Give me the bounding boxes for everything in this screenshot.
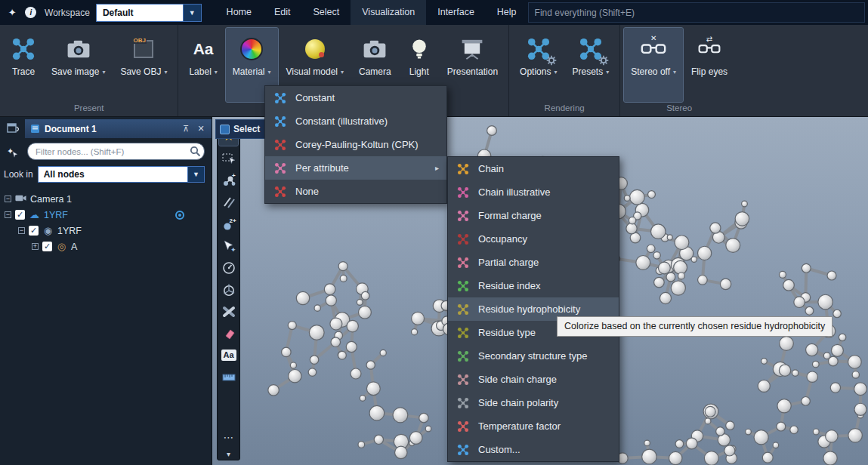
ribbon-group-stereo: ✕ Stereo off▾ ⇄ Flip eyes Stereo	[620, 25, 738, 116]
chevron-down-icon[interactable]: ▾	[102, 69, 105, 75]
save-obj-button[interactable]: OBJ Save OBJ▾	[113, 28, 174, 102]
visibility-checkbox[interactable]: ✓	[29, 226, 39, 236]
annotation-tool[interactable]: Aa	[219, 346, 238, 365]
add-atoms-tool[interactable]: +	[219, 171, 238, 189]
submenu-item-occupancy[interactable]: Occupancy	[448, 227, 619, 251]
molecule-star-icon	[457, 257, 469, 269]
expand-toggle[interactable]: +	[32, 243, 39, 250]
info-icon[interactable]: i	[25, 6, 38, 20]
chevron-down-icon[interactable]: ▾	[341, 69, 344, 75]
group-label-present: Present	[0, 102, 178, 116]
add-node-sparkle-icon[interactable]: ✦	[5, 145, 20, 160]
menu-visualization[interactable]: Visualization	[351, 0, 426, 25]
submenu-item-residue-index[interactable]: Residue index	[448, 274, 619, 297]
save-image-button[interactable]: Save image▾	[45, 28, 112, 102]
flip-eyes-button[interactable]: ⇄ Flip eyes	[684, 28, 734, 102]
chain-node-icon: ◎	[56, 241, 67, 252]
orientation-compass-tool[interactable]	[219, 258, 238, 277]
collapse-toggle[interactable]: −	[5, 196, 11, 202]
ruler-tool[interactable]	[219, 368, 238, 386]
stereo-off-button[interactable]: ✕ Stereo off▾	[624, 28, 683, 102]
look-in-dropdown[interactable]: All nodes ▼	[38, 166, 205, 183]
tree-row-1yrf-root[interactable]: − ✓ ☁ 1YRF	[0, 207, 212, 223]
collapse-toggle[interactable]: −	[18, 227, 25, 234]
presets-icon	[579, 32, 603, 66]
submenu-item-chain[interactable]: Chain	[448, 157, 619, 180]
menu-select[interactable]: Select	[302, 0, 351, 25]
submenu-item-temperature-factor[interactable]: Temperature factor	[448, 414, 619, 438]
visibility-checkbox[interactable]: ✓	[42, 242, 52, 251]
presentation-button[interactable]: Presentation	[440, 28, 505, 102]
molecule-star-icon	[274, 186, 286, 198]
select-panel-header[interactable]: Select	[215, 119, 266, 139]
menu-item-constant[interactable]: Constant	[265, 86, 446, 109]
pin-panel-icon[interactable]: ⊼	[181, 124, 191, 134]
app-logo-icon: ✦	[6, 6, 19, 20]
pointer-edit-tool[interactable]: ✦	[219, 236, 238, 255]
presets-button[interactable]: Presets▾	[565, 28, 616, 102]
chevron-down-icon[interactable]: ▾	[606, 69, 609, 75]
menu-home[interactable]: Home	[215, 0, 263, 25]
search-input[interactable]	[529, 8, 864, 18]
charge-tool[interactable]: 2+	[219, 214, 238, 233]
chevron-down-icon[interactable]: ▾	[554, 69, 557, 75]
submenu-item-partial-charge[interactable]: Partial charge	[448, 251, 619, 274]
submenu-item-formal-charge[interactable]: Formal charge	[448, 204, 619, 227]
globe-axes-tool[interactable]	[219, 280, 238, 299]
label-button[interactable]: Aa Label▾	[182, 28, 224, 102]
active-structure-target-icon[interactable]	[175, 211, 184, 220]
material-dropdown-menu: Constant Constant (illustrative) Corey-P…	[264, 85, 447, 204]
chevron-down-icon: ▼	[187, 167, 204, 182]
select-panel-icon	[220, 125, 230, 134]
molecule-star-icon	[457, 327, 469, 339]
visibility-checkbox[interactable]: ✓	[15, 210, 25, 220]
ruler-icon	[221, 370, 236, 385]
trace-button[interactable]: Trace	[4, 28, 43, 102]
search-icon[interactable]	[190, 146, 201, 157]
document-panel-header[interactable]: Document 1 ⊼ ✕	[25, 119, 212, 138]
structure-node-icon: ☁	[29, 209, 40, 220]
tree-row-1yrf-child[interactable]: − ✓ ◉ 1YRF	[0, 223, 212, 239]
options-button[interactable]: Options▾	[513, 28, 564, 102]
submenu-item-secondary-structure-type[interactable]: Secondary structure type	[448, 344, 619, 368]
camera-node-icon	[15, 193, 26, 205]
submenu-item-side-chain-polarity[interactable]: Side chain polarity	[448, 391, 619, 414]
collapse-toggle[interactable]: −	[5, 211, 11, 218]
menu-item-cpk[interactable]: Corey-Pauling-Koltun (CPK)	[265, 133, 446, 156]
close-panel-icon[interactable]: ✕	[196, 124, 206, 134]
measure-tool[interactable]	[219, 192, 238, 211]
workspace-dropdown[interactable]: Default ▼	[96, 4, 202, 22]
chevron-down-icon[interactable]: ▾	[673, 69, 676, 75]
molecule-star-icon	[274, 139, 286, 151]
eraser-icon	[221, 326, 236, 341]
svg-text:+: +	[232, 173, 236, 179]
crossed-links-icon	[221, 304, 236, 319]
menu-help[interactable]: Help	[486, 0, 528, 25]
submenu-item-chain-illustrative[interactable]: Chain illustrative	[448, 180, 619, 204]
menu-item-constant-illustrative[interactable]: Constant (illustrative)	[265, 109, 446, 133]
toolbar-scroll-down[interactable]: ▾	[219, 449, 238, 458]
tree-row-chain-a[interactable]: + ✓ ◎ A	[0, 239, 212, 254]
chevron-down-icon[interactable]: ▾	[268, 69, 271, 75]
submenu-item-side-chain-charge[interactable]: Side chain charge	[448, 368, 619, 391]
twist-bonds-tool[interactable]	[219, 302, 238, 321]
submenu-item-custom[interactable]: Custom...	[448, 438, 619, 461]
material-color-wheel-icon	[240, 32, 263, 66]
menu-item-per-attribute[interactable]: Per attribute ▸	[265, 156, 446, 180]
dock-panel-icon[interactable]	[5, 121, 20, 136]
erase-tool[interactable]	[219, 324, 238, 343]
ellipsis-icon: ⋯	[224, 431, 234, 443]
stereo-glasses-icon: ✕	[641, 32, 666, 66]
filter-nodes-input[interactable]	[27, 143, 205, 160]
tree-row-camera[interactable]: − Camera 1	[0, 191, 212, 207]
label-icon: Aa	[193, 32, 214, 66]
menu-edit[interactable]: Edit	[263, 0, 302, 25]
menu-interface[interactable]: Interface	[426, 0, 486, 25]
chevron-down-icon[interactable]: ▾	[215, 69, 218, 75]
flip-eyes-glasses-icon: ⇄	[698, 32, 721, 66]
menu-item-none[interactable]: None	[265, 180, 446, 203]
chevron-down-icon[interactable]: ▾	[164, 69, 167, 75]
more-tools-button[interactable]: ⋯	[219, 427, 238, 446]
rectangle-select-tool[interactable]	[219, 149, 238, 168]
node-tree: − Camera 1 − ✓ ☁ 1YRF − ✓ ◉ 1YRF + ✓ ◎	[0, 189, 212, 465]
